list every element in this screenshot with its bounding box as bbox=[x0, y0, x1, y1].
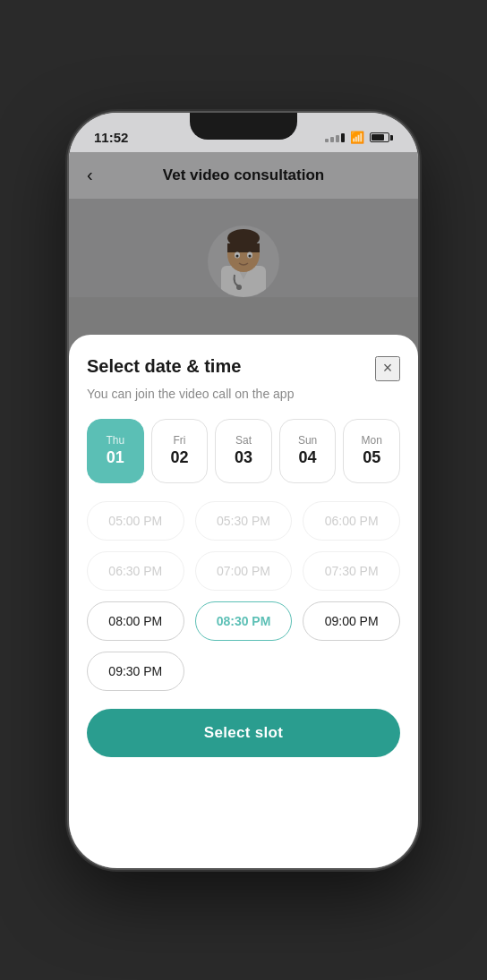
date-selector-row: Thu 01 Fri 02 Sat 03 Sun bbox=[87, 419, 400, 483]
wifi-icon: 📶 bbox=[350, 131, 364, 144]
time-slot-0930pm[interactable]: 09:30 PM bbox=[87, 652, 184, 691]
modal-title: Select date & time bbox=[87, 356, 241, 377]
modal-overlay: Select date & time × You can join the vi… bbox=[69, 152, 418, 868]
date-num-thu: 01 bbox=[107, 448, 124, 467]
date-day-thu: Thu bbox=[106, 434, 124, 447]
date-num-sat: 03 bbox=[235, 448, 252, 467]
date-time-modal: Select date & time × You can join the vi… bbox=[69, 335, 418, 868]
status-icons: 📶 bbox=[325, 131, 393, 144]
date-num-fri: 02 bbox=[170, 448, 188, 467]
time-slot-0730pm[interactable]: 07:30 PM bbox=[303, 551, 400, 591]
notch bbox=[190, 113, 297, 140]
date-button-fri[interactable]: Fri 02 bbox=[151, 419, 209, 483]
time-slot-0800pm[interactable]: 08:00 PM bbox=[87, 601, 184, 641]
date-day-sun: Sun bbox=[298, 434, 317, 447]
date-day-mon: Mon bbox=[362, 434, 382, 447]
time-slots-grid: 05:00 PM 05:30 PM 06:00 PM 06:30 PM 07:0… bbox=[87, 501, 400, 691]
time-slot-0630pm[interactable]: 06:30 PM bbox=[87, 551, 184, 591]
date-button-sun[interactable]: Sun 04 bbox=[279, 419, 337, 483]
date-day-sat: Sat bbox=[235, 434, 252, 447]
modal-subtitle: You can join the video call on the app bbox=[87, 387, 400, 401]
date-day-fri: Fri bbox=[173, 434, 185, 447]
time-slot-0900pm[interactable]: 09:00 PM bbox=[303, 601, 400, 641]
status-time: 11:52 bbox=[94, 130, 128, 145]
signal-icon bbox=[325, 133, 345, 142]
phone-frame: 11:52 📶 ‹ Vet video consultation bbox=[69, 113, 418, 868]
select-slot-label: Select slot bbox=[204, 724, 283, 742]
time-slot-0530pm[interactable]: 05:30 PM bbox=[195, 501, 293, 541]
close-button[interactable]: × bbox=[375, 356, 400, 381]
app-background: ‹ Vet video consultation bbox=[69, 152, 418, 868]
time-slot-0600pm[interactable]: 06:00 PM bbox=[303, 501, 400, 541]
date-button-thu[interactable]: Thu 01 bbox=[87, 419, 144, 483]
modal-header: Select date & time × bbox=[87, 356, 400, 381]
date-button-mon[interactable]: Mon 05 bbox=[343, 419, 400, 483]
battery-icon bbox=[370, 132, 393, 142]
date-button-sat[interactable]: Sat 03 bbox=[215, 419, 272, 483]
time-slot-0500pm[interactable]: 05:00 PM bbox=[87, 501, 184, 541]
time-slot-0700pm[interactable]: 07:00 PM bbox=[195, 551, 293, 591]
date-num-mon: 05 bbox=[363, 448, 380, 467]
select-slot-button[interactable]: Select slot bbox=[87, 709, 400, 757]
date-num-sun: 04 bbox=[299, 448, 317, 467]
time-slot-0830pm[interactable]: 08:30 PM bbox=[195, 601, 293, 641]
